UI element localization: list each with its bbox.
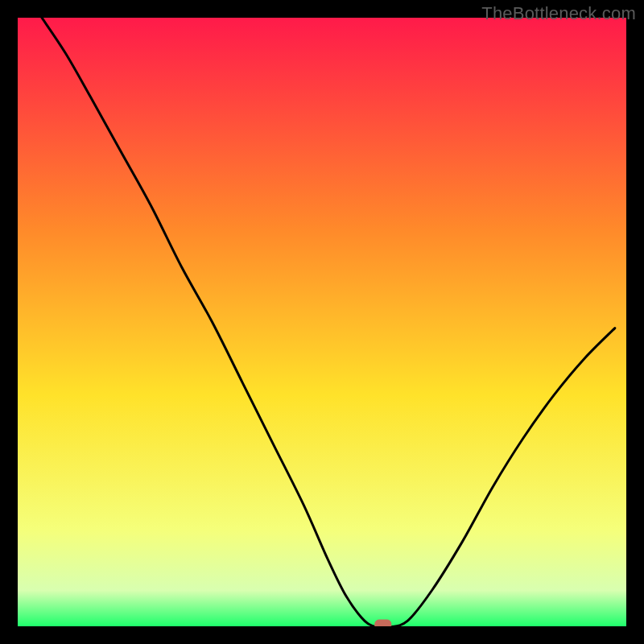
- optimum-marker: [375, 620, 391, 627]
- gradient-background: [17, 17, 627, 627]
- chart-container: TheBottleneck.com: [0, 0, 644, 644]
- watermark-text: TheBottleneck.com: [481, 3, 636, 24]
- plot-svg: [17, 17, 627, 627]
- plot-area: [17, 17, 627, 627]
